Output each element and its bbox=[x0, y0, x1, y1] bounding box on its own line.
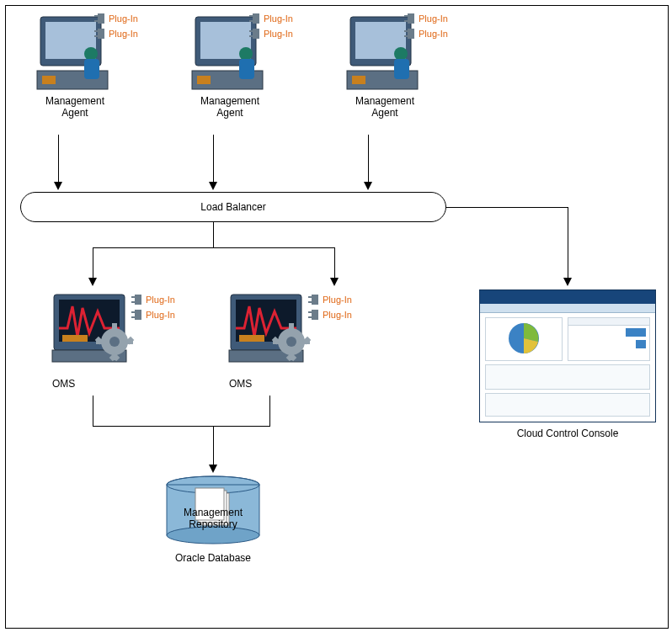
repository-outer-label: Oracle Database bbox=[167, 552, 259, 564]
oms1-plugin-2: Plug-In bbox=[131, 310, 175, 320]
plugin-label: Plug-In bbox=[323, 295, 352, 305]
oms-merge-h bbox=[93, 426, 270, 427]
lb-stem bbox=[213, 222, 214, 247]
plugin-label: Plug-In bbox=[109, 29, 138, 39]
plugin-label: Plug-In bbox=[264, 13, 293, 24]
agent3-plugin-1: Plug-In bbox=[404, 13, 448, 24]
oms-1: OMS bbox=[52, 291, 153, 390]
oms-label: OMS bbox=[229, 378, 330, 390]
mini-pie-icon bbox=[505, 320, 542, 357]
oms-icon bbox=[229, 291, 313, 372]
plugin-label: Plug-In bbox=[419, 13, 448, 24]
plugin-label: Plug-In bbox=[146, 310, 175, 320]
arrow-head-icon bbox=[364, 182, 372, 190]
oms2-plugin-1: Plug-In bbox=[308, 295, 352, 305]
lb-to-console-v bbox=[568, 207, 568, 278]
arrow-head-icon bbox=[88, 278, 97, 286]
management-agent-icon bbox=[37, 12, 113, 93]
management-agent-icon bbox=[192, 12, 268, 93]
agent3-plugin-2: Plug-In bbox=[404, 29, 448, 39]
plug-icon bbox=[308, 295, 320, 305]
oms2-plugin-2: Plug-In bbox=[308, 310, 352, 320]
arrow-head-icon bbox=[54, 182, 62, 190]
plug-icon bbox=[404, 13, 416, 24]
load-balancer: Load Balancer bbox=[20, 192, 446, 222]
console-screenshot bbox=[479, 289, 656, 422]
oms1-down bbox=[93, 396, 93, 426]
lb-split-h bbox=[93, 247, 335, 248]
load-balancer-label: Load Balancer bbox=[200, 201, 265, 213]
cloud-control-console: Cloud Control Console bbox=[479, 289, 656, 439]
plug-icon bbox=[131, 310, 143, 320]
oms-label: OMS bbox=[52, 378, 153, 390]
arrow-agent1-lb bbox=[58, 135, 59, 182]
agent-label: Management Agent bbox=[20, 95, 130, 119]
arrow-agent2-lb bbox=[213, 135, 214, 182]
plug-icon bbox=[249, 29, 261, 39]
lb-to-oms1 bbox=[93, 247, 93, 278]
agent-label: Management Agent bbox=[175, 95, 285, 119]
plug-icon bbox=[404, 29, 416, 39]
plugin-label: Plug-In bbox=[323, 310, 352, 320]
console-label: Cloud Control Console bbox=[479, 428, 656, 439]
merge-to-db bbox=[213, 426, 214, 465]
agent2-plugin-1: Plug-In bbox=[249, 13, 293, 24]
agent1-plugin-2: Plug-In bbox=[94, 29, 138, 39]
arrow-head-icon bbox=[209, 465, 217, 473]
repository-inner-label: Management Repository bbox=[167, 507, 259, 530]
plug-icon bbox=[94, 13, 106, 24]
plug-icon bbox=[308, 310, 320, 320]
arrow-head-icon bbox=[563, 278, 572, 286]
lb-to-oms2 bbox=[334, 247, 335, 278]
arrow-head-icon bbox=[209, 182, 217, 190]
arrow-head-icon bbox=[330, 278, 339, 286]
arrow-agent3-lb bbox=[368, 135, 369, 182]
plugin-label: Plug-In bbox=[146, 295, 175, 305]
lb-to-console-h bbox=[446, 207, 568, 208]
agent2-plugin-2: Plug-In bbox=[249, 29, 293, 39]
management-agent-icon bbox=[347, 12, 423, 93]
agent1-plugin-1: Plug-In bbox=[94, 13, 138, 24]
plug-icon bbox=[94, 29, 106, 39]
oms2-down bbox=[269, 396, 270, 426]
oms1-plugin-1: Plug-In bbox=[131, 295, 175, 305]
oms-icon bbox=[52, 291, 136, 372]
oms-2: OMS bbox=[229, 291, 330, 390]
plugin-label: Plug-In bbox=[109, 13, 138, 24]
plug-icon bbox=[131, 295, 143, 305]
agent-label: Management Agent bbox=[330, 95, 440, 119]
plug-icon bbox=[249, 13, 261, 24]
plugin-label: Plug-In bbox=[264, 29, 293, 39]
plugin-label: Plug-In bbox=[419, 29, 448, 39]
management-repository: Management Repository bbox=[167, 476, 259, 550]
